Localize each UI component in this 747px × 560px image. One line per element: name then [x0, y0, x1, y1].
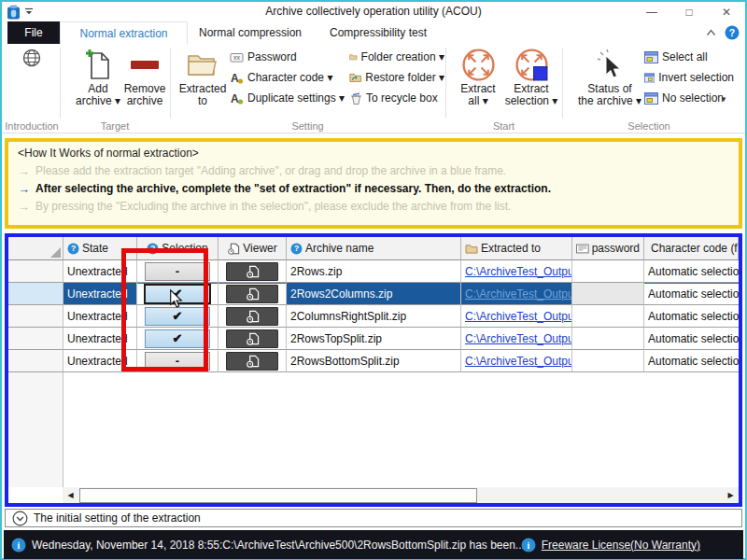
password-cell[interactable]: [572, 260, 644, 283]
globe-icon[interactable]: [22, 49, 41, 67]
state-cell: Unextracted: [63, 328, 137, 350]
tab-normal-compression[interactable]: Normal compression: [186, 21, 315, 44]
header-selection[interactable]: ? Selection: [137, 237, 218, 260]
character-code-button[interactable]: A Character code ▾: [230, 68, 349, 87]
svg-text:i: i: [18, 540, 21, 551]
group-label-target: Target: [60, 120, 170, 132]
extracted-to-link[interactable]: C:\ArchiveTest_Output\decomp: [465, 332, 572, 345]
extract-selection-button[interactable]: Extract selection ▾: [503, 46, 559, 107]
to-recycle-box-button[interactable]: To recycle box: [349, 89, 444, 107]
maximize-button[interactable]: □: [670, 2, 708, 21]
how-it-works-line: → By pressing the "Excluding the archive…: [18, 198, 729, 216]
scroll-left-arrow[interactable]: ◀: [63, 487, 78, 503]
no-selection-icon: [644, 92, 658, 105]
remove-archive-button[interactable]: Remove archive: [121, 46, 168, 107]
invert-selection-button[interactable]: Invert selection: [644, 68, 734, 87]
extracted-to-link[interactable]: C:\ArchiveTest_Output\decomp: [465, 310, 572, 323]
add-archive-icon: [85, 46, 111, 83]
folder-creation-button[interactable]: Folder creation ▾: [349, 48, 444, 66]
extract-all-button[interactable]: Extract all ▾: [455, 46, 501, 107]
initial-setting-expander[interactable]: The initial setting of the extraction: [5, 509, 742, 527]
duplicate-settings-button[interactable]: A Duplicate settings ▾: [230, 89, 349, 107]
scroll-right-arrow[interactable]: ▶: [723, 487, 739, 503]
header-viewer[interactable]: Viewer: [218, 237, 287, 260]
header-password[interactable]: password: [572, 237, 644, 260]
status-cursor-icon: [596, 46, 624, 83]
row-header[interactable]: [8, 305, 63, 328]
viewer-button[interactable]: [226, 352, 278, 371]
group-target: Add archive ▾ Remove archive Target: [60, 44, 170, 133]
svg-text:?: ?: [150, 244, 155, 253]
extracted-to-link[interactable]: C:\ArchiveTest_Output\decomp: [465, 287, 572, 301]
charcode-cell[interactable]: Automatic selection: [644, 305, 739, 328]
help-icon[interactable]: ?: [725, 25, 740, 40]
arrow-icon: →: [18, 198, 30, 216]
viewer-button[interactable]: [226, 262, 278, 281]
charcode-cell[interactable]: Automatic selection: [644, 283, 739, 305]
viewer-button[interactable]: [226, 307, 278, 326]
extracted-to-link[interactable]: C:\ArchiveTest_Output\decomp: [465, 355, 572, 368]
header-extracted-to[interactable]: Extracted to: [461, 237, 572, 260]
row-header[interactable]: [8, 328, 63, 350]
selection-toggle[interactable]: ✔: [145, 329, 210, 348]
selection-toggle[interactable]: ✔: [145, 307, 210, 326]
viewer-icon: [246, 287, 260, 301]
password-cell[interactable]: [572, 283, 644, 305]
scrollbar-thumb[interactable]: [79, 488, 477, 503]
tab-normal-extraction[interactable]: Normal extraction: [60, 21, 188, 45]
horizontal-scrollbar[interactable]: ◀ ▶: [63, 487, 739, 503]
table-row[interactable]: Unextracted - 2RowsBottomSplit.zip C:\Ar…: [8, 350, 739, 372]
viewer-icon: [246, 310, 260, 323]
tab-file[interactable]: File: [7, 21, 60, 44]
collapse-ribbon-icon[interactable]: [705, 27, 717, 38]
selection-toggle[interactable]: ✔: [144, 284, 211, 304]
invert-selection-icon: [644, 72, 655, 84]
corner-triangle-icon: [50, 247, 61, 258]
group-label-selection: Selection: [562, 120, 736, 132]
group-label-setting: Setting: [170, 120, 445, 132]
extracted-to-button[interactable]: Extracted to: [177, 46, 228, 107]
select-all-button[interactable]: Select all: [644, 48, 734, 66]
header-character-code[interactable]: A Character code (file nam: [644, 237, 739, 260]
charcode-cell[interactable]: Automatic selection: [644, 260, 739, 283]
viewer-icon: [246, 355, 260, 368]
table-row[interactable]: Unextracted ✔ 2Rows2Columns.zip C:\Archi…: [8, 283, 739, 305]
row-header[interactable]: [8, 260, 63, 283]
password-cell[interactable]: [572, 305, 644, 328]
charcode-cell[interactable]: Automatic selection: [644, 350, 739, 372]
viewer-icon: [246, 332, 260, 345]
table-row[interactable]: Unextracted ✔ 2RowsTopSplit.zip C:\Archi…: [8, 328, 739, 350]
license-link[interactable]: Freeware License(No Warranty): [542, 539, 700, 552]
extracted-to-link[interactable]: C:\ArchiveTest_Output\decomp: [465, 265, 572, 278]
viewer-icon: [246, 265, 260, 278]
corner-cell[interactable]: [8, 237, 63, 260]
arrow-icon: →: [18, 162, 30, 180]
folder-icon: [465, 244, 478, 254]
row-header[interactable]: [8, 283, 63, 305]
how-it-works-line: → After selecting the archive, complete …: [18, 180, 729, 198]
restore-folder-button[interactable]: Restore folder ▾: [349, 68, 444, 87]
selection-toggle[interactable]: -: [145, 262, 210, 281]
tab-compressibility-test[interactable]: Compressibility test: [315, 21, 442, 44]
close-button[interactable]: ✕: [708, 2, 745, 21]
header-state[interactable]: ? State: [63, 237, 137, 260]
selection-toggle[interactable]: -: [145, 352, 210, 371]
ribbon: Introduction Add archive ▾ Remove archiv…: [2, 44, 745, 133]
password-cell[interactable]: [572, 328, 644, 350]
ribbon-overflow-icon[interactable]: ▼: [720, 95, 727, 104]
svg-text:?: ?: [294, 244, 299, 253]
header-archive-name[interactable]: ? Archive name: [287, 237, 461, 260]
table-row[interactable]: Unextracted - 2Rows.zip C:\ArchiveTest_O…: [8, 260, 739, 283]
minimize-button[interactable]: —: [633, 2, 670, 21]
password-cell[interactable]: [572, 350, 644, 372]
add-archive-button[interactable]: Add archive ▾: [77, 46, 120, 107]
viewer-button[interactable]: [226, 285, 278, 303]
archive-name-cell: 2Rows2Columns.zip: [287, 283, 461, 305]
password-button[interactable]: xx Password: [230, 48, 349, 66]
viewer-button[interactable]: [226, 329, 278, 348]
table-row[interactable]: Unextracted ✔ 2ColumnsRightSplit.zip C:\…: [8, 305, 739, 328]
row-header[interactable]: [8, 350, 63, 372]
status-of-archive-button[interactable]: Status of the archive ▾: [579, 46, 641, 107]
restore-folder-icon: [349, 72, 361, 83]
charcode-cell[interactable]: Automatic selection: [644, 328, 739, 350]
